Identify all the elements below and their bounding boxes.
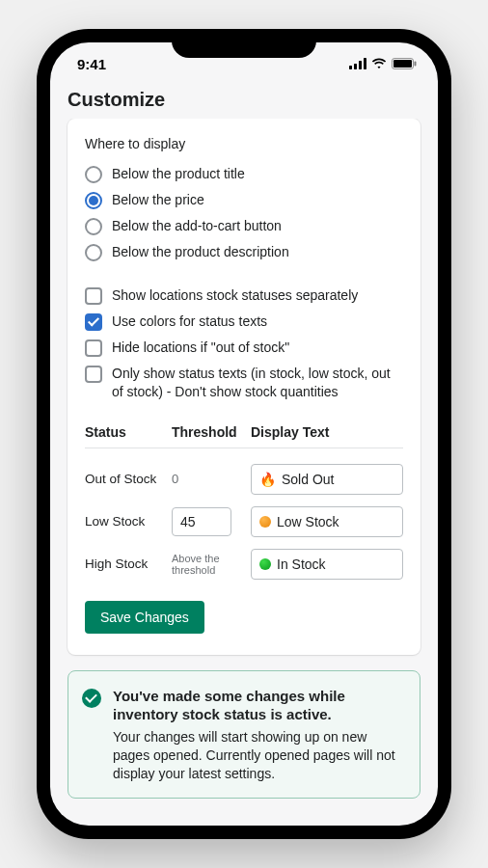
radio-below-description[interactable]: Below the product description — [85, 239, 403, 265]
status-cell: High Stock — [85, 556, 172, 571]
check-circle-icon — [82, 689, 101, 708]
phone-frame: 9:41 Customize Where to display Below th… — [37, 29, 451, 839]
cellular-icon — [349, 58, 366, 69]
status-dot-icon — [259, 516, 271, 528]
display-text-value: In Stock — [277, 556, 326, 572]
check-use-colors[interactable]: Use colors for status texts — [85, 309, 403, 335]
radio-label: Below the product title — [112, 165, 245, 183]
check-hide-out-of-stock[interactable]: Hide locations if "out of stock" — [85, 335, 403, 361]
col-header-status: Status — [85, 424, 172, 440]
col-header-display: Display Text — [251, 424, 403, 440]
radio-icon — [85, 166, 102, 183]
status-cell: Low Stock — [85, 514, 172, 529]
svg-rect-2 — [359, 61, 362, 69]
checkbox-icon — [85, 339, 102, 357]
status-time: 9:41 — [77, 56, 106, 72]
check-only-status-text[interactable]: Only show status texts (in stock, low st… — [85, 361, 403, 405]
phone-notch — [172, 29, 316, 58]
check-label: Show locations stock statuses separately — [112, 286, 358, 305]
success-banner: You've made some changes while inventory… — [68, 670, 420, 800]
display-text-input[interactable]: Low Stock — [251, 506, 403, 537]
threshold-input[interactable] — [172, 507, 231, 536]
fire-icon: 🔥 — [259, 472, 276, 487]
svg-rect-1 — [354, 64, 357, 69]
radio-label: Below the product description — [112, 243, 289, 261]
banner-content: You've made some changes while inventory… — [113, 687, 404, 783]
status-indicators — [349, 58, 417, 69]
table-header: Status Threshold Display Text — [85, 424, 403, 448]
status-table: Status Threshold Display Text Out of Sto… — [85, 424, 403, 585]
settings-card: Where to display Below the product title… — [68, 119, 420, 655]
status-dot-icon — [259, 558, 271, 570]
page-title: Customize — [50, 85, 438, 119]
check-label: Hide locations if "out of stock" — [112, 339, 289, 357]
status-cell: Out of Stock — [85, 472, 172, 486]
checkbox-icon — [85, 313, 102, 331]
radio-below-cart[interactable]: Below the add-to-cart button — [85, 213, 403, 239]
display-location-label: Where to display — [85, 136, 403, 151]
table-row: High Stock Above the threshold In Stock — [85, 543, 403, 585]
check-label: Only show status texts (in stock, low st… — [112, 365, 403, 401]
radio-below-price[interactable]: Below the price — [85, 187, 403, 213]
checkbox-icon — [85, 366, 102, 383]
svg-rect-3 — [364, 58, 366, 69]
table-row: Out of Stock 0 🔥 Sold Out — [85, 458, 403, 501]
threshold-cell: Above the threshold — [172, 553, 251, 576]
radio-label: Below the price — [112, 191, 204, 209]
phone-screen: 9:41 Customize Where to display Below th… — [50, 42, 438, 826]
display-text-input[interactable]: 🔥 Sold Out — [251, 464, 403, 495]
check-show-locations[interactable]: Show locations stock statuses separately — [85, 283, 403, 309]
options-group: Show locations stock statuses separately… — [85, 283, 403, 405]
svg-rect-5 — [393, 60, 412, 68]
content-area: Where to display Below the product title… — [50, 119, 438, 825]
checkbox-icon — [85, 287, 102, 305]
battery-icon — [392, 58, 417, 69]
table-row: Low Stock Low Stock — [85, 501, 403, 543]
save-button[interactable]: Save Changes — [85, 601, 204, 634]
wifi-icon — [371, 58, 387, 69]
radio-icon — [85, 218, 102, 235]
radio-label: Below the add-to-cart button — [112, 217, 282, 235]
banner-body: Your changes will start showing up on ne… — [113, 728, 404, 783]
threshold-cell: 0 — [172, 472, 251, 486]
svg-rect-0 — [349, 66, 352, 69]
radio-icon — [85, 192, 102, 209]
display-location-group: Below the product title Below the price … — [85, 161, 403, 265]
check-label: Use colors for status texts — [112, 312, 267, 331]
display-text-input[interactable]: In Stock — [251, 549, 403, 580]
display-text-value: Low Stock — [277, 514, 339, 529]
radio-below-title[interactable]: Below the product title — [85, 161, 403, 187]
col-header-threshold: Threshold — [172, 424, 251, 440]
radio-icon — [85, 244, 102, 261]
display-text-value: Sold Out — [282, 472, 334, 487]
banner-title: You've made some changes while inventory… — [113, 687, 404, 724]
svg-rect-6 — [415, 62, 417, 67]
